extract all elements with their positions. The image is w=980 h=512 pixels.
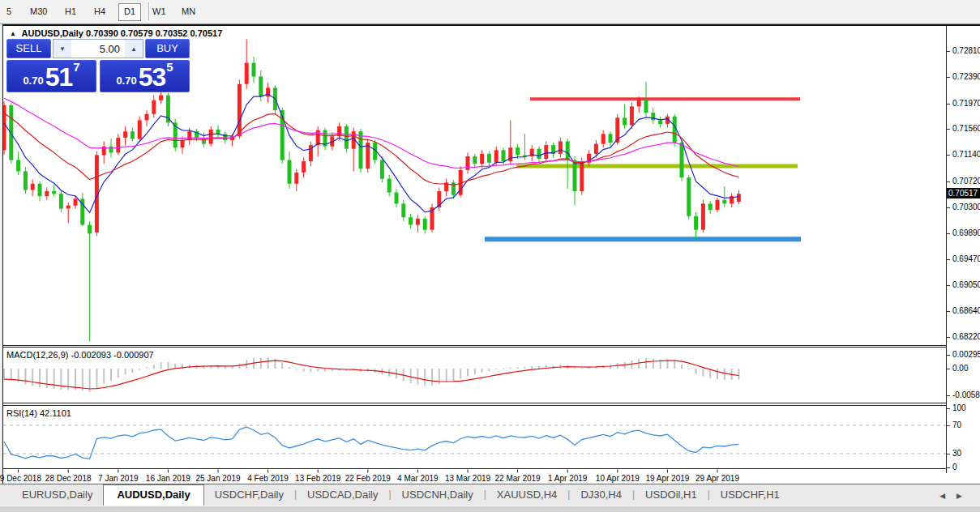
buy-price-prefix: 0.70	[116, 73, 136, 89]
date-label: 4 Feb 2019	[240, 474, 297, 483]
axis-tick-mark	[947, 311, 950, 312]
tab-usdchf-daily[interactable]: USDCHF,Daily	[204, 484, 294, 506]
date-label: 22 Mar 2019	[490, 474, 546, 483]
date-label: 13 Mar 2019	[439, 474, 496, 483]
price-tick-label: 0.70720	[952, 177, 980, 186]
rsi-value: 42.1101	[40, 408, 71, 418]
axis-tick-mark	[947, 104, 950, 105]
chart-ohlc-values: 0.70390 0.70579 0.70352 0.70517	[86, 28, 222, 38]
date-label: 29 Apr 2019	[689, 474, 746, 483]
axis-tick-mark	[947, 395, 950, 396]
timeframe-button-5[interactable]: 5	[2, 3, 16, 19]
date-label: 28 Dec 2018	[40, 474, 96, 483]
tab-xauusd-h4[interactable]: XAUUSD,H4	[486, 484, 567, 506]
date-label: 25 Jan 2019	[190, 474, 246, 483]
sell-button[interactable]: SELL	[6, 39, 51, 58]
date-label: 7 Jan 2019	[90, 474, 147, 483]
axis-tick-mark	[947, 408, 950, 409]
date-label: 1 Apr 2019	[539, 474, 596, 483]
window-bottom-strip	[0, 506, 980, 512]
tab-scroll-right-icon[interactable]: ▶	[956, 492, 974, 500]
tab-eurusd-daily[interactable]: EURUSD,Daily	[11, 484, 103, 506]
rsi-axis-label: 100	[952, 403, 966, 412]
sell-price-prefix: 0.70	[23, 73, 43, 89]
axis-tick-mark	[947, 77, 950, 78]
timeframe-button-H1[interactable]: H1	[60, 3, 81, 19]
macd-axis-label: 0.00	[952, 364, 968, 373]
tab-dj30-h4[interactable]: DJ30,H4	[570, 484, 632, 506]
one-click-trading-panel: SELL ▾ ▴ BUY 0.70 51 7 0.70 53 5	[6, 39, 190, 92]
timeframe-button-D1[interactable]: D1	[118, 3, 141, 21]
macd-axis-label: -0.005825	[952, 390, 980, 399]
tabs-container: EURUSD,DailyAUDUSD,DailyUSDCHF,Daily|USD…	[11, 487, 790, 501]
buy-price-big: 53	[139, 65, 166, 89]
rsi-axis-label: 70	[952, 420, 961, 429]
tab-scroll-arrows: ◀▶	[939, 492, 974, 500]
volume-decrease-icon[interactable]: ▾	[53, 40, 71, 58]
price-tick-label: 0.72810	[952, 46, 980, 55]
axis-tick-mark	[947, 207, 950, 208]
date-label: 19 Apr 2019	[639, 474, 695, 483]
rsi-axis-label: 30	[952, 449, 961, 458]
volume-spinner: ▾ ▴	[53, 39, 143, 58]
tab-usdcnh-daily[interactable]: USDCNH,Daily	[392, 484, 484, 506]
buy-price-sup: 5	[166, 62, 173, 72]
trade-panel-top-row: SELL ▾ ▴ BUY	[6, 39, 190, 58]
axis-tick-mark	[947, 355, 950, 356]
rsi-name: RSI(14)	[6, 408, 37, 418]
current-price-tag: 0.70517	[947, 188, 980, 198]
buy-button[interactable]: BUY	[145, 39, 190, 58]
chart-window: ▲ AUDUSD,Daily 0.70390 0.70579 0.70352 0…	[2, 24, 980, 485]
sell-price-big: 51	[45, 65, 73, 89]
buy-price-tile[interactable]: 0.70 53 5	[100, 60, 190, 92]
axis-tick-mark	[947, 467, 950, 468]
tab-usdcad-daily[interactable]: USDCAD,Daily	[297, 484, 388, 506]
price-tick-label: 0.68640	[952, 306, 980, 315]
axis-tick-mark	[947, 233, 950, 234]
axis-tick-mark	[947, 337, 950, 338]
price-tick-label: 0.69470	[952, 254, 980, 263]
date-label: 16 Jan 2019	[139, 474, 196, 483]
price-tick-label: 0.71560	[952, 124, 980, 133]
tab-usdchf-h1[interactable]: USDCHF,H1	[710, 484, 790, 506]
chart-tab-bar: EURUSD,DailyAUDUSD,DailyUSDCHF,Daily|USD…	[0, 484, 980, 506]
chart-canvas[interactable]	[3, 26, 947, 473]
axis-tick-mark	[947, 454, 950, 454]
timeframe-button-MN[interactable]: MN	[177, 3, 200, 19]
axis-tick-mark	[947, 181, 950, 182]
timeframe-toolbar: 5M30H1H4D1W1MN	[0, 0, 980, 24]
tab-scroll-left-icon[interactable]: ◀	[939, 492, 956, 500]
price-tick-label: 0.70300	[952, 203, 980, 211]
tab-usdoil-h1[interactable]: USDOil,H1	[635, 484, 708, 506]
date-label: 22 Feb 2019	[340, 474, 396, 483]
chart-header: ▲ AUDUSD,Daily 0.70390 0.70579 0.70352 0…	[10, 28, 222, 38]
sell-price-sup: 7	[73, 62, 79, 72]
sell-price-tile[interactable]: 0.70 51 7	[6, 60, 96, 92]
macd-name: MACD(12,26,9)	[6, 350, 68, 360]
timeframe-button-M30[interactable]: M30	[25, 3, 52, 19]
timeframe-button-W1[interactable]: W1	[148, 3, 171, 19]
date-label: 10 Apr 2019	[589, 474, 646, 483]
axis-tick-mark	[947, 155, 950, 156]
macd-values: -0.002093 -0.000907	[71, 350, 153, 360]
volume-increase-icon[interactable]: ▴	[125, 40, 143, 58]
tab-audusd-daily[interactable]: AUDUSD,Daily	[103, 484, 203, 506]
macd-axis-label: 0.002957	[952, 350, 980, 359]
axis-tick-mark	[947, 425, 950, 426]
timeframe-button-H4[interactable]: H4	[89, 3, 110, 19]
price-tick-label: 0.68220	[952, 332, 980, 341]
volume-input[interactable]	[71, 40, 125, 58]
price-tick-label: 0.72390	[952, 72, 980, 81]
price-tick-label: 0.71970	[952, 99, 980, 108]
chart-symbol-label: AUDUSD,Daily	[22, 28, 83, 38]
axis-tick-mark	[947, 129, 950, 130]
date-label: 13 Feb 2019	[289, 474, 346, 483]
axis-tick-mark	[947, 285, 950, 286]
date-label: 4 Mar 2019	[389, 474, 446, 483]
collapse-trade-panel-icon[interactable]: ▲	[10, 30, 16, 37]
rsi-indicator-label: RSI(14) 42.1101	[6, 408, 71, 418]
rsi-axis-label: 0	[952, 463, 957, 471]
axis-tick-mark	[947, 369, 950, 369]
axis-tick-mark	[947, 259, 950, 260]
macd-indicator-label: MACD(12,26,9) -0.002093 -0.000907	[6, 350, 154, 360]
